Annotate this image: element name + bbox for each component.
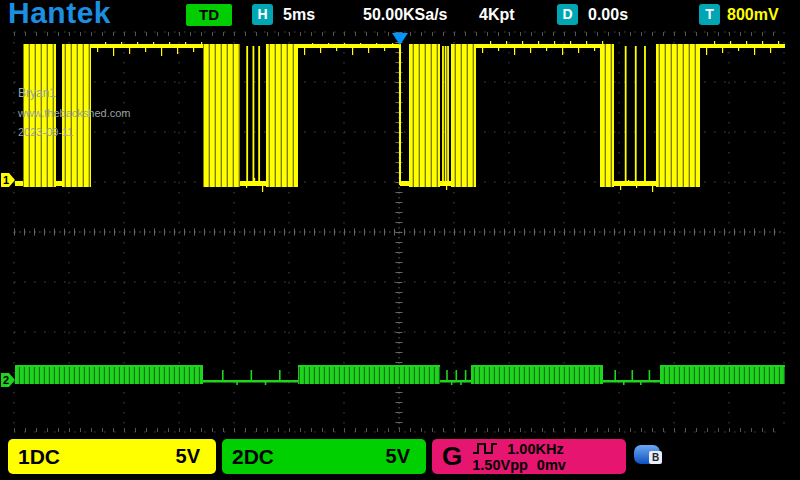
svg-text:1: 1 [3, 174, 9, 186]
watermark: Bryan1 www.thebackshed.com 2023-09-11 [18, 86, 131, 145]
ch1-ground-marker: 1 [1, 173, 15, 187]
square-wave-icon [472, 442, 498, 455]
acquisition-mode-badge: TD [186, 4, 232, 26]
watermark-user: Bryan1 [18, 86, 131, 100]
ch2-scale: 5V [386, 445, 410, 468]
trigger-level-value: 800mV [727, 6, 779, 24]
horizontal-offset-value: 0.00s [588, 6, 628, 24]
ch2-ground-marker: 2 [1, 373, 15, 387]
generator-amplitude: 1.50Vpp [472, 457, 528, 473]
usb-label: B [649, 451, 662, 464]
ch2-status-box: 2DC 5V [222, 439, 426, 474]
generator-frequency: 1.00KHz [507, 441, 563, 457]
scope-display: 12 [0, 0, 800, 480]
ch1-coupling: 1DC [18, 445, 60, 469]
sample-rate-value: 50.00KSa/s [363, 6, 448, 24]
ch1-status-box: 1DC 5V [8, 439, 216, 474]
delay-chip: D [557, 4, 578, 25]
top-status-bar: Hantek TD H 5ms 50.00KSa/s 4Kpt D 0.00s … [0, 0, 800, 31]
brand-logo: Hantek [8, 0, 111, 30]
trigger-chip: T [699, 4, 720, 25]
memory-depth-value: 4Kpt [479, 6, 515, 24]
watermark-date: 2023-09-11 [18, 126, 131, 138]
trigger-position-marker [392, 33, 408, 45]
watermark-url: www.thebackshed.com [18, 107, 131, 119]
usb-device-icon: B [634, 445, 660, 464]
horizontal-chip: H [252, 4, 273, 25]
generator-label: G [442, 441, 462, 472]
svg-text:2: 2 [3, 374, 9, 386]
generator-status-box: G 1.00KHz 1.50Vpp 0mv [432, 439, 626, 474]
generator-offset: 0mv [537, 457, 566, 473]
timebase-value: 5ms [283, 6, 315, 24]
generator-readout: 1.00KHz 1.50Vpp 0mv [472, 441, 566, 473]
ch2-coupling: 2DC [232, 445, 274, 469]
bottom-status-bar: 1DC 5V 2DC 5V G 1.00KHz 1.50Vpp 0mv B [0, 437, 800, 480]
ch1-scale: 5V [176, 445, 200, 468]
ch2-trace [15, 365, 785, 385]
